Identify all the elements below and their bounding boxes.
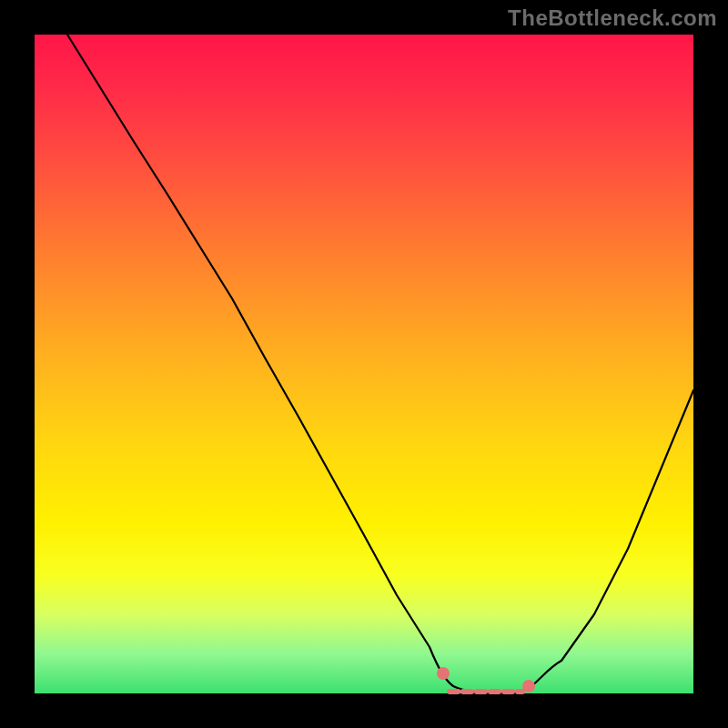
chart-frame: TheBottleneck.com: [0, 0, 728, 728]
bottleneck-curve: [67, 35, 693, 693]
watermark-text: TheBottleneck.com: [508, 5, 717, 31]
bottleneck-curve-svg: [35, 35, 693, 693]
optimal-marker-left: [437, 667, 450, 680]
plot-area: [35, 35, 693, 693]
